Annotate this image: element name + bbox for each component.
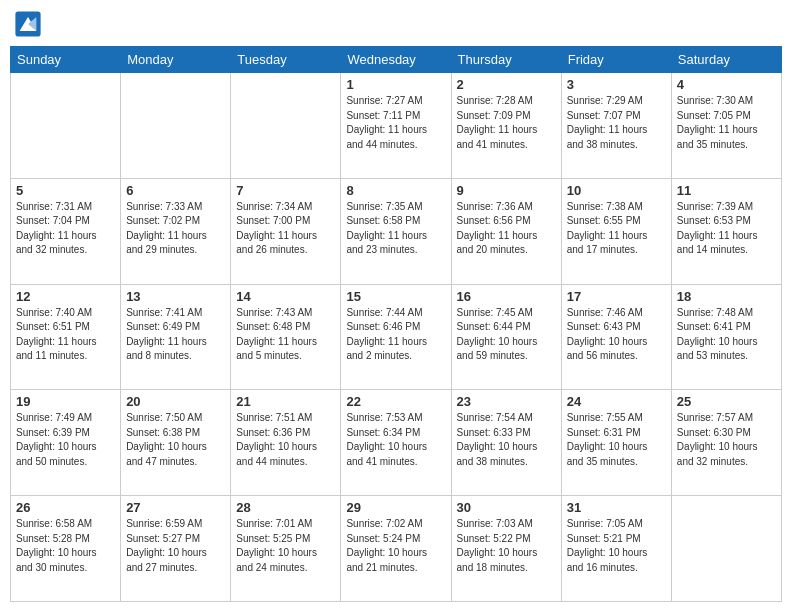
calendar-cell <box>671 496 781 602</box>
logo-icon <box>14 10 42 38</box>
day-info: Sunrise: 7:39 AM Sunset: 6:53 PM Dayligh… <box>677 200 776 258</box>
day-number: 16 <box>457 289 556 304</box>
week-row-0: 1Sunrise: 7:27 AM Sunset: 7:11 PM Daylig… <box>11 73 782 179</box>
calendar-cell: 24Sunrise: 7:55 AM Sunset: 6:31 PM Dayli… <box>561 390 671 496</box>
day-number: 13 <box>126 289 225 304</box>
day-number: 5 <box>16 183 115 198</box>
day-info: Sunrise: 7:27 AM Sunset: 7:11 PM Dayligh… <box>346 94 445 152</box>
day-number: 12 <box>16 289 115 304</box>
day-number: 21 <box>236 394 335 409</box>
day-number: 28 <box>236 500 335 515</box>
day-number: 18 <box>677 289 776 304</box>
calendar-cell: 7Sunrise: 7:34 AM Sunset: 7:00 PM Daylig… <box>231 178 341 284</box>
calendar-cell: 10Sunrise: 7:38 AM Sunset: 6:55 PM Dayli… <box>561 178 671 284</box>
day-number: 1 <box>346 77 445 92</box>
calendar-cell: 8Sunrise: 7:35 AM Sunset: 6:58 PM Daylig… <box>341 178 451 284</box>
calendar-cell <box>231 73 341 179</box>
weekday-header-tuesday: Tuesday <box>231 47 341 73</box>
day-number: 2 <box>457 77 556 92</box>
calendar-cell: 27Sunrise: 6:59 AM Sunset: 5:27 PM Dayli… <box>121 496 231 602</box>
week-row-3: 19Sunrise: 7:49 AM Sunset: 6:39 PM Dayli… <box>11 390 782 496</box>
calendar-cell: 17Sunrise: 7:46 AM Sunset: 6:43 PM Dayli… <box>561 284 671 390</box>
day-info: Sunrise: 7:02 AM Sunset: 5:24 PM Dayligh… <box>346 517 445 575</box>
calendar-cell <box>11 73 121 179</box>
day-number: 9 <box>457 183 556 198</box>
calendar-cell: 25Sunrise: 7:57 AM Sunset: 6:30 PM Dayli… <box>671 390 781 496</box>
page: SundayMondayTuesdayWednesdayThursdayFrid… <box>0 0 792 612</box>
calendar-cell: 26Sunrise: 6:58 AM Sunset: 5:28 PM Dayli… <box>11 496 121 602</box>
calendar-cell: 3Sunrise: 7:29 AM Sunset: 7:07 PM Daylig… <box>561 73 671 179</box>
day-number: 30 <box>457 500 556 515</box>
day-info: Sunrise: 7:30 AM Sunset: 7:05 PM Dayligh… <box>677 94 776 152</box>
day-number: 6 <box>126 183 225 198</box>
day-info: Sunrise: 7:57 AM Sunset: 6:30 PM Dayligh… <box>677 411 776 469</box>
day-number: 26 <box>16 500 115 515</box>
day-number: 8 <box>346 183 445 198</box>
day-info: Sunrise: 7:36 AM Sunset: 6:56 PM Dayligh… <box>457 200 556 258</box>
calendar-cell: 23Sunrise: 7:54 AM Sunset: 6:33 PM Dayli… <box>451 390 561 496</box>
header <box>10 10 782 38</box>
calendar-cell: 1Sunrise: 7:27 AM Sunset: 7:11 PM Daylig… <box>341 73 451 179</box>
day-number: 19 <box>16 394 115 409</box>
day-number: 20 <box>126 394 225 409</box>
calendar-cell: 13Sunrise: 7:41 AM Sunset: 6:49 PM Dayli… <box>121 284 231 390</box>
calendar-cell: 9Sunrise: 7:36 AM Sunset: 6:56 PM Daylig… <box>451 178 561 284</box>
calendar-cell: 31Sunrise: 7:05 AM Sunset: 5:21 PM Dayli… <box>561 496 671 602</box>
calendar-cell: 20Sunrise: 7:50 AM Sunset: 6:38 PM Dayli… <box>121 390 231 496</box>
calendar-cell: 30Sunrise: 7:03 AM Sunset: 5:22 PM Dayli… <box>451 496 561 602</box>
calendar-cell: 15Sunrise: 7:44 AM Sunset: 6:46 PM Dayli… <box>341 284 451 390</box>
day-number: 31 <box>567 500 666 515</box>
weekday-header-monday: Monday <box>121 47 231 73</box>
day-info: Sunrise: 7:40 AM Sunset: 6:51 PM Dayligh… <box>16 306 115 364</box>
day-info: Sunrise: 7:28 AM Sunset: 7:09 PM Dayligh… <box>457 94 556 152</box>
day-number: 17 <box>567 289 666 304</box>
day-info: Sunrise: 7:48 AM Sunset: 6:41 PM Dayligh… <box>677 306 776 364</box>
day-number: 22 <box>346 394 445 409</box>
day-info: Sunrise: 7:43 AM Sunset: 6:48 PM Dayligh… <box>236 306 335 364</box>
calendar-cell: 29Sunrise: 7:02 AM Sunset: 5:24 PM Dayli… <box>341 496 451 602</box>
calendar-cell: 6Sunrise: 7:33 AM Sunset: 7:02 PM Daylig… <box>121 178 231 284</box>
day-info: Sunrise: 6:59 AM Sunset: 5:27 PM Dayligh… <box>126 517 225 575</box>
day-info: Sunrise: 7:45 AM Sunset: 6:44 PM Dayligh… <box>457 306 556 364</box>
day-info: Sunrise: 7:31 AM Sunset: 7:04 PM Dayligh… <box>16 200 115 258</box>
day-info: Sunrise: 7:53 AM Sunset: 6:34 PM Dayligh… <box>346 411 445 469</box>
logo <box>14 10 44 38</box>
week-row-2: 12Sunrise: 7:40 AM Sunset: 6:51 PM Dayli… <box>11 284 782 390</box>
week-row-4: 26Sunrise: 6:58 AM Sunset: 5:28 PM Dayli… <box>11 496 782 602</box>
calendar-cell: 4Sunrise: 7:30 AM Sunset: 7:05 PM Daylig… <box>671 73 781 179</box>
day-info: Sunrise: 7:41 AM Sunset: 6:49 PM Dayligh… <box>126 306 225 364</box>
day-info: Sunrise: 7:34 AM Sunset: 7:00 PM Dayligh… <box>236 200 335 258</box>
day-info: Sunrise: 7:03 AM Sunset: 5:22 PM Dayligh… <box>457 517 556 575</box>
day-number: 24 <box>567 394 666 409</box>
weekday-header-friday: Friday <box>561 47 671 73</box>
day-number: 4 <box>677 77 776 92</box>
day-info: Sunrise: 7:54 AM Sunset: 6:33 PM Dayligh… <box>457 411 556 469</box>
day-info: Sunrise: 7:01 AM Sunset: 5:25 PM Dayligh… <box>236 517 335 575</box>
weekday-header-row: SundayMondayTuesdayWednesdayThursdayFrid… <box>11 47 782 73</box>
day-number: 25 <box>677 394 776 409</box>
weekday-header-thursday: Thursday <box>451 47 561 73</box>
weekday-header-saturday: Saturday <box>671 47 781 73</box>
weekday-header-wednesday: Wednesday <box>341 47 451 73</box>
calendar-cell <box>121 73 231 179</box>
day-info: Sunrise: 7:50 AM Sunset: 6:38 PM Dayligh… <box>126 411 225 469</box>
day-info: Sunrise: 7:55 AM Sunset: 6:31 PM Dayligh… <box>567 411 666 469</box>
calendar-cell: 11Sunrise: 7:39 AM Sunset: 6:53 PM Dayli… <box>671 178 781 284</box>
day-info: Sunrise: 7:46 AM Sunset: 6:43 PM Dayligh… <box>567 306 666 364</box>
day-number: 7 <box>236 183 335 198</box>
calendar-cell: 18Sunrise: 7:48 AM Sunset: 6:41 PM Dayli… <box>671 284 781 390</box>
calendar-table: SundayMondayTuesdayWednesdayThursdayFrid… <box>10 46 782 602</box>
calendar-cell: 19Sunrise: 7:49 AM Sunset: 6:39 PM Dayli… <box>11 390 121 496</box>
day-number: 15 <box>346 289 445 304</box>
day-number: 27 <box>126 500 225 515</box>
calendar-cell: 22Sunrise: 7:53 AM Sunset: 6:34 PM Dayli… <box>341 390 451 496</box>
week-row-1: 5Sunrise: 7:31 AM Sunset: 7:04 PM Daylig… <box>11 178 782 284</box>
calendar-cell: 14Sunrise: 7:43 AM Sunset: 6:48 PM Dayli… <box>231 284 341 390</box>
day-number: 11 <box>677 183 776 198</box>
day-number: 10 <box>567 183 666 198</box>
calendar-cell: 16Sunrise: 7:45 AM Sunset: 6:44 PM Dayli… <box>451 284 561 390</box>
day-info: Sunrise: 7:51 AM Sunset: 6:36 PM Dayligh… <box>236 411 335 469</box>
day-number: 3 <box>567 77 666 92</box>
day-info: Sunrise: 7:44 AM Sunset: 6:46 PM Dayligh… <box>346 306 445 364</box>
calendar-cell: 2Sunrise: 7:28 AM Sunset: 7:09 PM Daylig… <box>451 73 561 179</box>
